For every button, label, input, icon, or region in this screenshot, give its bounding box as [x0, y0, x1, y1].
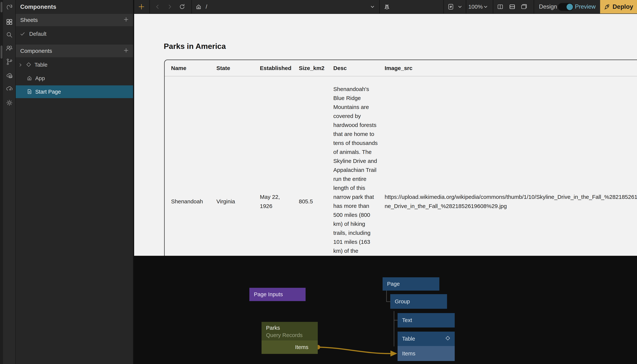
components-sidebar: Components Sheets Default Components: [16, 0, 134, 364]
left-icon-rail: [3, 0, 16, 364]
sheet-item-label: Default: [29, 31, 47, 37]
diamond-icon: [26, 62, 32, 68]
node-graph-panel[interactable]: Page Inputs Page Group Text Table Items …: [134, 256, 637, 364]
diamond-icon: [445, 335, 451, 342]
items-wire[interactable]: [318, 347, 394, 354]
screen-size-icon[interactable]: [448, 4, 454, 10]
app-builder-window: Components Sheets Default Components: [0, 0, 637, 364]
cell-size[interactable]: 805.5: [299, 198, 313, 205]
url-path[interactable]: /: [206, 4, 207, 10]
cell-established[interactable]: May 22, 1926: [260, 192, 292, 211]
design-preview-toggle[interactable]: [558, 3, 574, 11]
sheets-section-header[interactable]: Sheets: [16, 14, 133, 26]
chevron-down-icon[interactable]: [370, 4, 375, 9]
design-mode-label[interactable]: Design: [539, 3, 557, 10]
add-sheet-button[interactable]: [123, 17, 129, 24]
component-item-label: Start Page: [35, 89, 61, 95]
top-toolbar: / 100% Design: [134, 0, 637, 14]
toolbar-divider: [149, 0, 150, 14]
home-icon[interactable]: [196, 4, 202, 10]
components-header-label: Components: [20, 48, 52, 54]
query-node-subtitle: Query Records: [266, 332, 318, 338]
routes-icon[interactable]: [5, 3, 14, 11]
node-page-inputs[interactable]: Page Inputs: [249, 288, 306, 301]
check-icon: [20, 31, 26, 37]
node-label: Page Inputs: [254, 291, 283, 298]
toolbar-divider: [443, 0, 444, 14]
settings-gear-icon[interactable]: [5, 99, 14, 107]
nav-forward-icon[interactable]: [167, 4, 173, 10]
parks-table[interactable]: Name State Established Size_km2 Desc Ima…: [164, 60, 637, 256]
users-icon[interactable]: [5, 44, 14, 52]
node-label: Text: [402, 317, 412, 323]
node-group[interactable]: Group: [390, 294, 447, 309]
column-header[interactable]: State: [216, 65, 230, 71]
column-header[interactable]: Size_km2: [299, 65, 324, 71]
tree-connector-page-group: [386, 290, 390, 302]
components-grid-icon[interactable]: [5, 18, 14, 26]
debug-bug-icon[interactable]: [384, 4, 390, 10]
page-title: Parks in America: [164, 42, 226, 51]
node-parks-query[interactable]: Parks Query Records Items: [262, 322, 318, 354]
split-horizontal-layout-icon[interactable]: [509, 4, 515, 10]
add-icon[interactable]: [138, 3, 145, 10]
deploy-button[interactable]: Deploy: [600, 0, 637, 14]
node-label: Group: [395, 298, 410, 305]
table-header-divider: [165, 76, 637, 76]
query-node-header: Parks Query Records: [262, 322, 318, 340]
node-label: Items: [402, 350, 415, 357]
rocket-icon: [604, 4, 610, 10]
sidebar-panel-title: Components: [16, 0, 133, 14]
toolbar-divider: [191, 0, 192, 14]
chevron-down-icon[interactable]: [483, 4, 488, 9]
node-table-items-port[interactable]: Items: [398, 346, 455, 361]
column-header[interactable]: Desc: [333, 65, 347, 71]
column-header[interactable]: Established: [260, 65, 291, 71]
split-vertical-layout-icon[interactable]: [497, 4, 503, 10]
app-preview-canvas: Parks in America Name State Established …: [134, 14, 637, 256]
windows-stack-icon[interactable]: [521, 4, 527, 10]
component-item-label: App: [35, 75, 45, 82]
components-section-header[interactable]: Components: [16, 44, 133, 57]
sidebar-item-start-page[interactable]: Start Page: [16, 86, 133, 98]
toggle-knob: [566, 4, 573, 10]
component-item-label: Table: [35, 62, 48, 68]
node-table[interactable]: Table: [398, 332, 455, 346]
cloud-functions-icon[interactable]: [5, 84, 14, 93]
cell-desc[interactable]: Shenandoah's Blue Ridge Mountains are co…: [333, 85, 379, 256]
node-page[interactable]: Page: [383, 277, 439, 290]
wire-arrowhead: [390, 350, 397, 356]
cloud-database-icon[interactable]: [5, 71, 14, 80]
nav-back-icon[interactable]: [155, 4, 160, 10]
node-label: Table: [402, 336, 415, 342]
edge-scrollbar-segment: [1, 2, 3, 12]
cell-state[interactable]: Virginia: [216, 198, 235, 205]
toolbar-divider: [466, 0, 466, 14]
node-connectors: [134, 256, 637, 364]
search-icon[interactable]: [5, 31, 14, 39]
preview-mode-label[interactable]: Preview: [575, 3, 595, 10]
sidebar-item-default-sheet[interactable]: Default: [16, 28, 133, 40]
window-edge-strip: [0, 0, 3, 364]
add-component-button[interactable]: [123, 48, 129, 54]
home-icon: [27, 75, 33, 81]
sidebar-item-app[interactable]: App: [16, 72, 133, 84]
node-label: Page: [387, 281, 400, 287]
column-header[interactable]: Name: [171, 65, 186, 71]
chevron-right-icon[interactable]: [18, 62, 23, 68]
sheets-header-label: Sheets: [20, 17, 38, 23]
query-node-output-port[interactable]: Items: [262, 340, 318, 354]
sidebar-item-table[interactable]: Table: [16, 59, 133, 71]
toolbar-divider: [379, 0, 380, 14]
git-branch-icon[interactable]: [5, 58, 14, 66]
query-node-title: Parks: [266, 325, 318, 331]
cell-name[interactable]: Shenandoah: [171, 198, 203, 205]
reload-icon[interactable]: [179, 4, 185, 10]
node-text[interactable]: Text: [398, 313, 455, 328]
zoom-level[interactable]: 100%: [468, 4, 483, 10]
column-header[interactable]: Image_src: [385, 65, 412, 71]
chevron-down-icon[interactable]: [457, 4, 462, 9]
toolbar-divider: [533, 0, 534, 14]
deploy-button-label: Deploy: [612, 3, 633, 10]
cell-image-src[interactable]: https://upload.wikimedia.org/wikipedia/c…: [385, 192, 637, 211]
